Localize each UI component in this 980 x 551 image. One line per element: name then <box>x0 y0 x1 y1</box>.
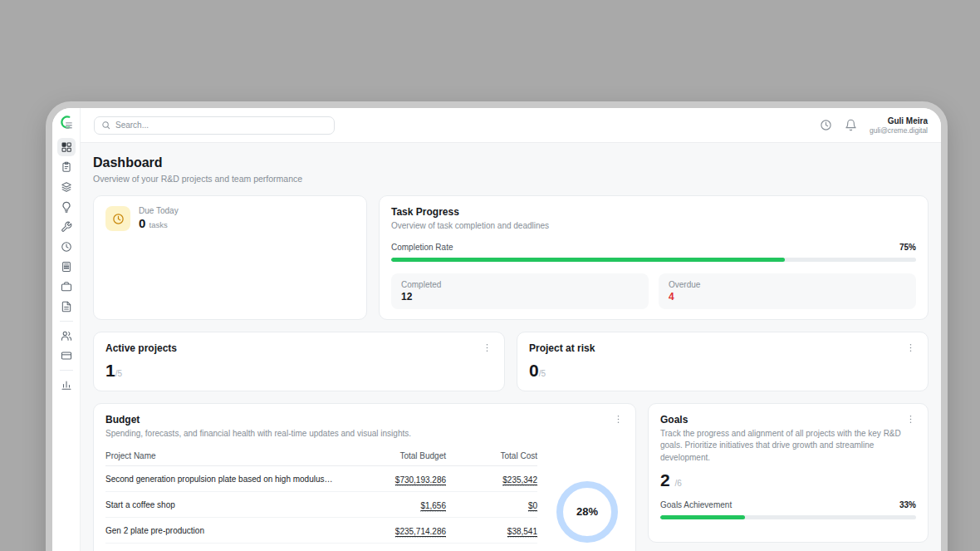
lightbulb-icon <box>61 201 72 213</box>
search-input[interactable] <box>115 121 327 130</box>
total-cost-value[interactable]: $38,541 <box>507 527 537 538</box>
sidebar-item-tasks[interactable] <box>57 158 76 176</box>
project-at-risk-title: Project at risk <box>529 342 595 354</box>
col-total-budget: Total Budget <box>342 451 446 460</box>
kebab-menu-icon <box>482 342 492 353</box>
kebab-menu-icon <box>613 414 624 425</box>
budget-table-row: Start a coffee shop $1,656 $0 <box>105 492 537 518</box>
completed-value: 12 <box>401 291 639 303</box>
sidebar-item-projects[interactable] <box>57 178 76 196</box>
sidebar-item-dashboard[interactable] <box>57 138 76 156</box>
clock-icon <box>112 213 125 225</box>
goals-title: Goals <box>660 414 688 426</box>
due-today-value: 0 tasks <box>139 216 179 230</box>
goals-subtitle: Track the progress and alignment of all … <box>660 428 916 465</box>
active-projects-value: 1/5 <box>105 361 492 381</box>
user-name: Guli Meira <box>870 116 928 125</box>
completed-label: Completed <box>401 280 639 289</box>
sidebar-item-tools[interactable] <box>57 218 76 236</box>
col-project-name: Project Name <box>105 451 342 460</box>
col-total-cost: Total Cost <box>446 451 537 460</box>
total-budget-value[interactable]: $730,193.286 <box>395 475 446 486</box>
completion-rate-bar-fill <box>391 258 785 262</box>
budget-table-header: Project Name Total Budget Total Cost <box>105 448 537 466</box>
goals-achievement-value: 33% <box>899 500 916 509</box>
total-budget-value[interactable]: $235,714.286 <box>395 527 446 538</box>
users-icon <box>61 330 72 342</box>
overdue-stat-box: Overdue 4 <box>659 273 916 309</box>
history-button[interactable] <box>820 119 833 132</box>
budget-table-row: Gen 2 plate pre-production $235,714.286 … <box>105 518 537 544</box>
sidebar-item-portfolio[interactable] <box>57 278 76 296</box>
sidebar-divider <box>60 370 73 371</box>
completion-rate-bar <box>391 258 916 262</box>
completed-stat-box: Completed 12 <box>391 273 649 309</box>
sidebar-item-team[interactable] <box>57 327 76 345</box>
active-projects-card: Active projects 1/5 <box>93 332 505 391</box>
overdue-value: 4 <box>669 291 906 303</box>
due-today-unit: tasks <box>149 220 168 229</box>
credit-card-icon <box>61 350 72 362</box>
due-today-card: Due Today 0 tasks <box>93 195 367 320</box>
clock-icon <box>61 241 72 253</box>
budget-subtitle: Spending, forecasts, and financial healt… <box>105 428 624 440</box>
sidebar-item-ideas[interactable] <box>57 198 76 216</box>
app-window: V1.0 <box>46 101 948 551</box>
budget-usage-value: 28% <box>576 505 598 518</box>
project-at-risk-card: Project at risk 0/5 <box>517 332 929 391</box>
app-logo[interactable] <box>58 114 75 130</box>
user-menu[interactable]: Guli Meira guli@creme.digital <box>870 116 928 135</box>
notifications-button[interactable] <box>845 119 858 132</box>
budget-menu-button[interactable] <box>612 414 624 426</box>
kebab-menu-icon <box>905 342 916 353</box>
task-progress-card: Task Progress Overview of task completio… <box>379 195 929 320</box>
sidebar-item-calculator[interactable] <box>57 258 76 276</box>
sidebar-item-billing[interactable] <box>57 347 76 365</box>
sidebar-item-time[interactable] <box>57 238 76 256</box>
layers-icon <box>61 181 72 193</box>
budget-table: Project Name Total Budget Total Cost Sec… <box>105 448 537 551</box>
briefcase-icon <box>61 281 72 293</box>
page-title: Dashboard <box>93 155 929 170</box>
goals-value: 2 /6 <box>660 470 916 490</box>
dashboard-content: Dashboard Overview of your R&D projects … <box>81 142 941 551</box>
sidebar-divider <box>60 321 73 322</box>
search-box <box>94 116 335 135</box>
overdue-label: Overdue <box>669 280 906 289</box>
project-at-risk-menu-button[interactable] <box>904 342 916 354</box>
topbar: Guli Meira guli@creme.digital <box>81 108 941 142</box>
total-cost-value[interactable]: $235,342 <box>502 475 537 486</box>
sidebar-item-analytics[interactable] <box>57 376 76 394</box>
goals-achievement-bar-fill <box>660 515 745 519</box>
budget-table-row: Creighton Beryllium mine project $0 $0 <box>105 544 537 551</box>
project-at-risk-value: 0/5 <box>529 361 916 381</box>
budget-table-row: Second generation propulsion plate based… <box>105 466 537 492</box>
task-progress-subtitle: Overview of task completion and deadline… <box>391 220 916 233</box>
active-projects-menu-button[interactable] <box>481 342 492 354</box>
goals-menu-button[interactable] <box>904 414 916 426</box>
main-area: Guli Meira guli@creme.digital Dashboard … <box>81 108 941 551</box>
project-name: Second generation propulsion plate based… <box>105 475 342 484</box>
completion-rate-value: 75% <box>899 243 916 252</box>
document-icon <box>61 301 72 312</box>
clock-icon <box>820 119 832 131</box>
dashboard-grid-icon <box>61 141 72 153</box>
search-icon <box>101 121 110 130</box>
goals-achievement-bar <box>660 515 916 519</box>
clipboard-icon <box>61 161 72 173</box>
due-today-label: Due Today <box>139 206 179 215</box>
budget-card: Budget Spending, forecasts, and financia… <box>93 403 636 551</box>
goals-card: Goals Track the progress and alignment o… <box>648 403 929 543</box>
wrench-icon <box>61 221 72 233</box>
bar-chart-icon <box>61 379 72 391</box>
budget-title: Budget <box>105 414 140 426</box>
bell-icon <box>845 119 857 131</box>
kebab-menu-icon <box>905 414 916 425</box>
project-name: Gen 2 plate pre-production <box>105 526 342 535</box>
total-budget-value[interactable]: $1,656 <box>420 501 446 512</box>
completion-rate-label: Completion Rate <box>391 243 453 252</box>
sidebar: V1.0 <box>52 108 81 551</box>
goals-achievement-label: Goals Achievement <box>660 500 732 509</box>
sidebar-item-documents[interactable] <box>57 298 76 316</box>
total-cost-value[interactable]: $0 <box>528 501 537 512</box>
